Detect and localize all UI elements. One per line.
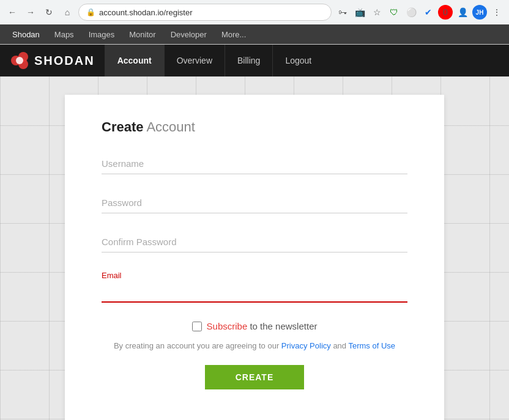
newsletter-row: Subscribe to the newsletter [102,321,407,331]
menu-icon[interactable]: ⋮ [489,5,504,20]
title-light: Account [143,119,195,134]
nav-billing[interactable]: Billing [225,45,272,76]
newsletter-checkbox[interactable] [192,322,202,331]
nav-account[interactable]: Account [105,45,164,76]
extensions-btn[interactable]: 🧩 0 [438,5,453,20]
browser-chrome: ← → ↻ ⌂ 🔒 account.shodan.io/register 🗝 📺… [0,0,509,45]
star-icon[interactable]: ☆ [370,5,384,20]
forward-button[interactable]: → [23,5,38,20]
email-input[interactable] [102,281,407,303]
logo-text: SHODAN [34,54,95,68]
refresh-icon: ↻ [45,7,53,17]
browser-nav-developer[interactable]: Developer [163,24,214,44]
app-header: SHODAN Account Overview Billing Logout [0,45,509,76]
create-button[interactable]: CREATE [205,365,305,389]
svg-point-3 [16,57,23,64]
terms-and: and [331,341,349,350]
key-icon[interactable]: 🗝 [335,5,350,20]
page-background: Create Account Email Subscribe to the ne… [0,76,509,420]
username-input[interactable] [102,153,407,174]
browser-nav-shodan[interactable]: Shodan [5,24,47,44]
browser-nav-maps[interactable]: Maps [47,24,81,44]
check-icon[interactable]: ✔ [421,5,436,20]
privacy-policy-link[interactable]: Privacy Policy [281,341,331,350]
browser-nav-monitor[interactable]: Monitor [122,24,163,44]
browser-nav-images[interactable]: Images [81,24,122,44]
browser-nav: Shodan Maps Images Monitor Developer Mor… [0,24,509,44]
browser-nav-more[interactable]: More... [214,24,253,44]
password-input[interactable] [102,193,407,213]
password-group [102,193,407,213]
username-group [102,153,407,174]
shield-icon[interactable]: 🛡 [387,5,401,20]
address-bar[interactable]: 🔒 account.shodan.io/register [78,4,332,21]
subscribe-text: Subscribe [207,321,248,331]
app-nav: Account Overview Billing Logout [105,45,324,76]
registration-card: Create Account Email Subscribe to the ne… [65,95,444,420]
shodan-logo-icon [10,51,29,70]
nav-overview[interactable]: Overview [164,45,225,76]
terms-of-use-link[interactable]: Terms of Use [348,341,395,350]
toolbar-icons: 🗝 📺 ☆ 🛡 ⚪ ✔ 🧩 0 👤 JH ⋮ [335,5,504,20]
circle-icon[interactable]: ⚪ [404,5,418,20]
terms-text: By creating an account you are agreeing … [102,341,407,350]
terms-before: By creating an account you are agreeing … [114,341,281,350]
nav-logout[interactable]: Logout [272,45,324,76]
email-label: Email [102,271,407,280]
cast-icon[interactable]: 📺 [352,5,367,20]
confirm-password-group [102,232,407,252]
refresh-button[interactable]: ↻ [42,5,56,20]
home-icon: ⌂ [65,7,70,17]
title-bold: Create [102,119,143,134]
home-button[interactable]: ⌂ [60,5,75,20]
lock-icon: 🔒 [86,8,95,17]
profile-icon[interactable]: 👤 [455,5,470,20]
badge-count: 0 [438,5,453,20]
url-text: account.shodan.io/register [99,8,192,17]
form-title: Create Account [102,119,407,135]
forward-icon: → [26,7,35,17]
user-avatar[interactable]: JH [472,5,487,20]
browser-toolbar: ← → ↻ ⌂ 🔒 account.shodan.io/register 🗝 📺… [0,0,509,24]
back-icon: ← [8,7,17,17]
email-group: Email [102,271,407,303]
newsletter-label-rest: to the newsletter [247,321,317,331]
newsletter-label: Subscribe to the newsletter [207,321,318,331]
shodan-logo: SHODAN [0,45,105,76]
confirm-password-input[interactable] [102,232,407,252]
back-button[interactable]: ← [5,5,20,20]
